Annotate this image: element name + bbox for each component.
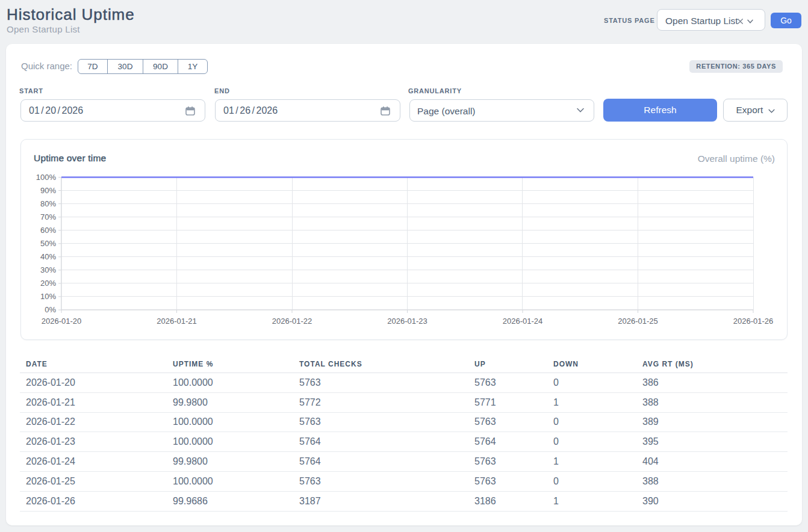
svg-text:20%: 20% [40, 279, 56, 288]
svg-text:70%: 70% [40, 212, 56, 221]
svg-text:100%: 100% [36, 173, 57, 182]
svg-text:2026-01-23: 2026-01-23 [387, 317, 427, 326]
svg-text:2026-01-20: 2026-01-20 [42, 317, 82, 326]
svg-text:40%: 40% [40, 252, 56, 261]
svg-text:2026-01-25: 2026-01-25 [618, 317, 658, 326]
svg-text:0%: 0% [45, 305, 56, 314]
svg-text:60%: 60% [40, 226, 56, 235]
svg-text:2026-01-24: 2026-01-24 [503, 317, 543, 326]
svg-text:80%: 80% [40, 199, 56, 208]
svg-text:50%: 50% [40, 239, 56, 248]
svg-text:2026-01-26: 2026-01-26 [733, 317, 774, 326]
svg-text:2026-01-21: 2026-01-21 [157, 317, 197, 326]
svg-text:90%: 90% [40, 186, 56, 195]
svg-text:30%: 30% [40, 265, 56, 274]
svg-text:10%: 10% [40, 292, 56, 301]
svg-text:2026-01-22: 2026-01-22 [272, 317, 312, 326]
